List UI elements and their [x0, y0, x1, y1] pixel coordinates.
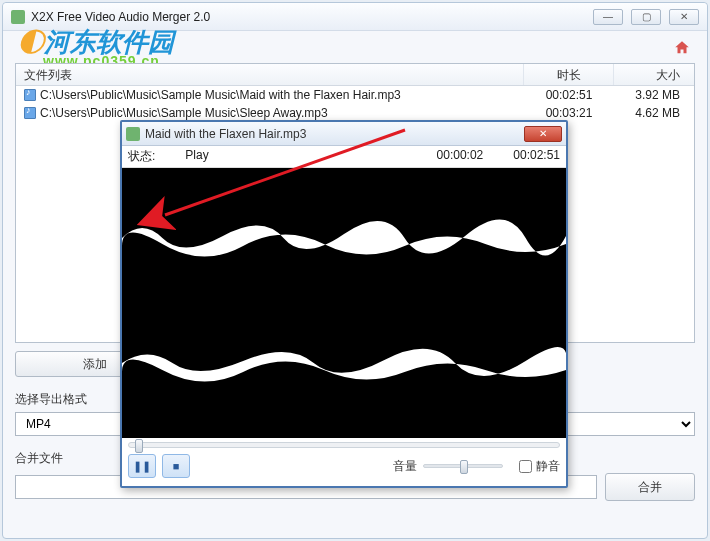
seek-bar[interactable] — [122, 438, 566, 448]
col-header-file[interactable]: 文件列表 — [16, 64, 524, 85]
close-button[interactable]: ✕ — [669, 9, 699, 25]
file-size: 4.62 MB — [614, 105, 694, 121]
player-title-text: Maid with the Flaxen Hair.mp3 — [145, 127, 306, 141]
status-value: Play — [185, 148, 406, 165]
total-time: 00:02:51 — [513, 148, 560, 165]
player-title-bar[interactable]: Maid with the Flaxen Hair.mp3 ✕ — [122, 122, 566, 146]
col-header-duration[interactable]: 时长 — [524, 64, 614, 85]
merge-button[interactable]: 合并 — [605, 473, 695, 501]
table-row[interactable]: C:\Users\Public\Music\Sample Music\Maid … — [16, 86, 694, 104]
file-duration: 00:03:21 — [524, 105, 614, 121]
file-duration: 00:02:51 — [524, 87, 614, 103]
player-close-button[interactable]: ✕ — [524, 126, 562, 142]
app-title: X2X Free Video Audio Merger 2.0 — [31, 10, 210, 24]
player-dialog[interactable]: Maid with the Flaxen Hair.mp3 ✕ 状态: Play… — [120, 120, 568, 488]
volume-thumb[interactable] — [460, 460, 468, 474]
pause-button[interactable]: ❚❚ — [128, 454, 156, 478]
mute-label: 静音 — [536, 458, 560, 475]
list-header: 文件列表 时长 大小 — [16, 64, 694, 86]
title-bar[interactable]: X2X Free Video Audio Merger 2.0 — ▢ ✕ — [3, 3, 707, 31]
col-header-size[interactable]: 大小 — [614, 64, 694, 85]
seek-thumb[interactable] — [135, 439, 143, 453]
mute-checkbox[interactable] — [519, 460, 532, 473]
minimize-button[interactable]: — — [593, 9, 623, 25]
elapsed-time: 00:00:02 — [437, 148, 484, 165]
volume-slider[interactable] — [423, 464, 503, 468]
waveform-display — [122, 168, 566, 438]
player-controls: ❚❚ ■ 音量 静音 — [122, 448, 566, 486]
stop-button[interactable]: ■ — [162, 454, 190, 478]
mute-checkbox-wrap[interactable]: 静音 — [519, 458, 560, 475]
volume-label: 音量 — [393, 458, 417, 475]
home-icon[interactable] — [673, 39, 691, 57]
audio-file-icon — [24, 107, 36, 119]
maximize-button[interactable]: ▢ — [631, 9, 661, 25]
svg-rect-0 — [122, 168, 566, 438]
file-path: C:\Users\Public\Music\Sample Music\Maid … — [40, 88, 401, 102]
player-status-bar: 状态: Play 00:00:02 00:02:51 — [122, 146, 566, 168]
status-label: 状态: — [128, 148, 155, 165]
seek-track[interactable] — [128, 442, 560, 448]
window-controls: — ▢ ✕ — [593, 9, 699, 25]
file-path: C:\Users\Public\Music\Sample Music\Sleep… — [40, 106, 328, 120]
app-icon — [11, 10, 25, 24]
file-size: 3.92 MB — [614, 87, 694, 103]
audio-file-icon — [24, 89, 36, 101]
player-app-icon — [126, 127, 140, 141]
